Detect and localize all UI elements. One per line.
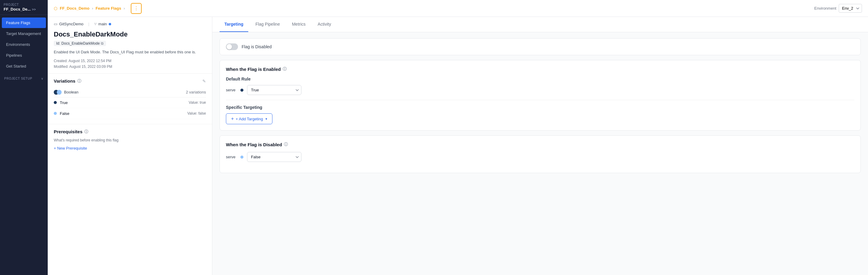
- variation-item-true: True Value: true: [54, 97, 206, 108]
- flag-menu-icon: ⋮: [134, 5, 138, 11]
- project-setup-chevron[interactable]: ∨: [41, 77, 43, 80]
- disabled-serve-row: serve False True: [226, 152, 855, 162]
- targeting-panel-content: Flag is Disabled When the Flag is Enable…: [212, 32, 868, 184]
- sidebar-project: Project FF_Docs_De... >>: [0, 0, 48, 15]
- flag-description: Enabled the UI Dark Mode. The Docs_UI Fl…: [54, 49, 206, 55]
- variations-count: 2 variations: [186, 90, 206, 94]
- serve-value-select[interactable]: True False: [247, 85, 302, 95]
- created-text: Created: August 15, 2022 12:54 PM: [54, 58, 206, 64]
- flag-toggle-switch[interactable]: [226, 43, 238, 50]
- sidebar-item-pipelines[interactable]: Pipelines: [2, 50, 46, 61]
- tab-activity-label: Activity: [318, 22, 331, 27]
- tab-targeting[interactable]: Targeting: [220, 17, 248, 32]
- get-started-label: Get Started: [6, 64, 26, 68]
- default-rule-label: Default Rule: [226, 77, 855, 81]
- project-label: Project: [4, 3, 44, 6]
- sidebar-item-target-management[interactable]: Target Management: [2, 28, 46, 39]
- variation-item-false: False Value: false: [54, 108, 206, 119]
- variation-value-true: Value: true: [189, 100, 206, 105]
- add-targeting-plus: +: [231, 116, 234, 122]
- toggle-gray-dot: [57, 90, 62, 95]
- specific-targeting-label: Specific Targeting: [226, 105, 855, 110]
- add-targeting-button[interactable]: + + Add Targeting ▾: [226, 113, 272, 124]
- repo-branch-divider: |: [88, 22, 89, 26]
- flag-menu-button[interactable]: ⋮: [131, 3, 142, 14]
- prerequisites-description: What's required before enabling this fla…: [54, 138, 206, 142]
- flag-disabled-title-text: When the Flag is Disabled: [226, 142, 282, 147]
- env-select[interactable]: Env_2 Env_1 Env_3: [839, 4, 862, 13]
- tab-activity[interactable]: Activity: [313, 17, 336, 32]
- breadcrumb-org[interactable]: FF_Docs_Demo: [60, 6, 89, 10]
- flag-id-label: Id:: [56, 41, 60, 45]
- flag-disabled-title: When the Flag is Disabled ⓘ: [226, 142, 855, 147]
- tab-flag-pipeline[interactable]: Flag Pipeline: [251, 17, 285, 32]
- disabled-serve-select[interactable]: False True: [247, 152, 302, 162]
- flag-disabled-info-icon[interactable]: ⓘ: [284, 142, 288, 147]
- flag-status-card: Flag is Disabled: [220, 38, 861, 55]
- breadcrumb-separator-2: ›: [124, 6, 125, 10]
- project-setup-label: PROJECT SETUP: [4, 77, 32, 80]
- pipelines-label: Pipelines: [6, 53, 22, 58]
- sidebar-item-environments[interactable]: Environments: [2, 39, 46, 50]
- repo-name: ▭ GitSyncDemo: [54, 22, 83, 26]
- project-name: FF_Docs_De... >>: [4, 7, 44, 11]
- flag-created: Created: August 15, 2022 12:54 PM Modifi…: [54, 58, 206, 70]
- flag-enabled-title: When the Flag is Enabled ⓘ: [226, 66, 855, 72]
- flag-id-value: Docs_EnableDarkMode: [61, 41, 100, 45]
- tabs-bar: Targeting Flag Pipeline Metrics Activity: [212, 17, 868, 32]
- variations-edit-icon[interactable]: ✎: [203, 79, 206, 83]
- breadcrumb-feature-flags-text: Feature Flags: [96, 6, 121, 10]
- right-panel: Targeting Flag Pipeline Metrics Activity: [212, 17, 868, 275]
- variations-section: Variations ⓘ ✎ Boolean 2 variations True: [48, 74, 212, 124]
- sidebar-item-get-started[interactable]: Get Started: [2, 61, 46, 71]
- copy-icon[interactable]: ⧉: [101, 41, 103, 45]
- add-targeting-label: + Add Targeting: [236, 117, 263, 121]
- branch-name: ⑂ main: [94, 22, 111, 26]
- toggle-knob: [226, 44, 232, 49]
- sidebar: Project FF_Docs_De... >> Feature Flags T…: [0, 0, 48, 275]
- feature-flags-label: Feature Flags: [6, 21, 30, 25]
- left-panel: ▭ GitSyncDemo | ⑂ main Docs_EnableDarkMo…: [48, 17, 212, 275]
- tab-metrics[interactable]: Metrics: [287, 17, 310, 32]
- content-area: ▭ GitSyncDemo | ⑂ main Docs_EnableDarkMo…: [48, 17, 868, 275]
- variations-info-icon[interactable]: ⓘ: [77, 78, 81, 84]
- org-icon: ⬡: [54, 6, 57, 11]
- tab-metrics-label: Metrics: [292, 22, 306, 27]
- topbar-right: Environment Env_2 Env_1 Env_3: [814, 4, 862, 13]
- flag-enabled-title-text: When the Flag is Enabled: [226, 67, 281, 72]
- env-label: Environment: [814, 6, 836, 10]
- expand-icon[interactable]: >>: [32, 7, 36, 11]
- environments-label: Environments: [6, 42, 30, 47]
- variation-name-true: True: [60, 100, 189, 105]
- breadcrumb-feature-flags[interactable]: Feature Flags: [96, 6, 121, 10]
- variations-title: Variations ⓘ: [54, 78, 81, 84]
- serve-rule-row: serve True False: [226, 85, 855, 95]
- modified-text: Modified: August 15, 2022 03:09 PM: [54, 64, 206, 70]
- flag-header: ▭ GitSyncDemo | ⑂ main Docs_EnableDarkMo…: [48, 17, 212, 74]
- sidebar-nav: Feature Flags Target Management Environm…: [0, 15, 48, 275]
- flag-status-text: Flag is Disabled: [242, 44, 272, 49]
- prerequisites-info-icon[interactable]: ⓘ: [84, 129, 88, 135]
- add-prerequisite-label: + New Prerequisite: [54, 146, 87, 150]
- flag-enabled-info-icon[interactable]: ⓘ: [283, 66, 287, 72]
- branch-icon: ⑂: [94, 22, 97, 26]
- sidebar-item-feature-flags[interactable]: Feature Flags: [2, 18, 46, 28]
- repo-branch-bar: ▭ GitSyncDemo | ⑂ main: [54, 22, 206, 26]
- add-prerequisite-button[interactable]: + New Prerequisite: [54, 146, 87, 150]
- target-management-label: Target Management: [6, 31, 41, 36]
- prerequisites-header: Prerequisites ⓘ: [54, 129, 206, 135]
- topbar-left: ⬡ FF_Docs_Demo › Feature Flags › ⋮: [54, 3, 142, 14]
- main-area: ⬡ FF_Docs_Demo › Feature Flags › ⋮ Envir…: [48, 0, 868, 275]
- variation-dot-false: [54, 112, 57, 115]
- serve-false-dot: [240, 156, 243, 159]
- disabled-serve-label: serve: [226, 155, 237, 159]
- tab-flag-pipeline-label: Flag Pipeline: [255, 22, 280, 27]
- boolean-toggle-icon: [54, 90, 62, 95]
- flag-title: Docs_EnableDarkMode: [54, 30, 206, 38]
- project-name-text: FF_Docs_De...: [4, 7, 31, 11]
- sidebar-project-setup-section: PROJECT SETUP ∨: [0, 74, 48, 81]
- branch-name-text: main: [98, 22, 107, 26]
- prerequisites-title-text: Prerequisites: [54, 129, 83, 134]
- flag-id-tag: Id: Docs_EnableDarkMode ⧉: [54, 41, 106, 46]
- serve-true-dot: [240, 89, 243, 92]
